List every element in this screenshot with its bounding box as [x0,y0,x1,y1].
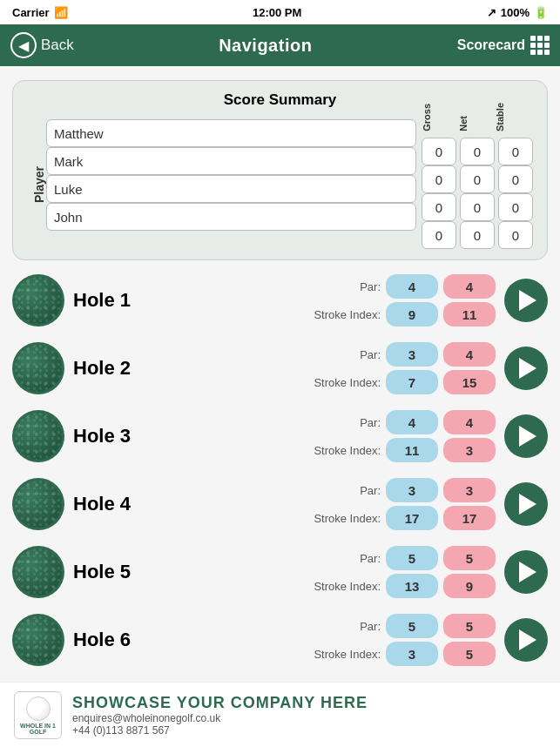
si-row-6: Stroke Index: 3 5 [152,642,496,666]
scorecard-button[interactable]: Scorecard [457,36,550,55]
play-button-6[interactable] [504,618,548,662]
footer-logo: WHOLE IN 1 GOLF [14,691,62,739]
play-button-2[interactable] [504,347,548,390]
score-value-gross-3: 0 [422,193,456,221]
hole-title-6: Hole 6 [73,629,143,651]
si-pink-5[interactable]: 9 [443,574,496,598]
si-blue-6[interactable]: 3 [386,642,438,666]
si-label-2: Stroke Index: [311,376,381,389]
hole-details-5: Par: 5 5 Stroke Index: 13 9 [152,546,496,598]
score-value-stable-1: 0 [498,138,533,165]
si-row-2: Stroke Index: 7 15 [152,370,496,394]
play-button-5[interactable] [504,550,548,594]
si-blue-2[interactable]: 7 [386,370,438,394]
hole-row-5: Hole 5 Par: 5 5 Stroke Index: 13 9 [12,546,548,598]
score-value-net-2: 0 [460,165,495,193]
holes-section: Hole 1 Par: 4 4 Stroke Index: 9 11 Hole … [0,274,560,666]
par-label-1: Par: [311,280,381,293]
status-right: ↗ 100% 🔋 [487,6,548,19]
si-row-1: Stroke Index: 9 11 [152,302,496,326]
hole-title-2: Hole 2 [73,357,143,380]
back-label: Back [41,37,74,54]
stable-col-header: Stable [495,103,528,131]
score-value-stable-2: 0 [498,165,533,193]
player-name-input-1[interactable] [46,119,416,147]
score-values-row-3: 000 [422,193,533,221]
si-row-4: Stroke Index: 17 17 [152,506,496,530]
play-triangle-icon-1 [519,290,536,311]
score-summary-title: Score Summary [27,91,533,109]
si-blue-3[interactable]: 11 [386,438,438,462]
par-blue-1[interactable]: 4 [386,274,438,299]
par-row-2: Par: 3 4 [152,342,496,367]
par-blue-5[interactable]: 5 [386,546,438,570]
par-pink-3[interactable]: 4 [443,410,496,434]
si-pink-4[interactable]: 17 [443,506,496,530]
hole-row-4: Hole 4 Par: 3 3 Stroke Index: 17 17 [12,478,548,530]
carrier-label: Carrier [12,6,50,19]
si-label-3: Stroke Index: [311,444,381,457]
hole-row-3: Hole 3 Par: 4 4 Stroke Index: 11 3 [12,410,548,462]
play-button-3[interactable] [504,414,548,458]
golf-ball-icon-4 [12,478,64,530]
score-value-gross-2: 0 [422,165,456,193]
score-row [46,119,416,147]
score-summary: Score Summary Player Gross Net Stable 00… [12,80,548,260]
si-blue-4[interactable]: 17 [386,506,438,530]
nav-bar: ◀ Back Navigation Scorecard [0,24,560,66]
battery-label: 100% [501,6,530,19]
score-value-net-3: 0 [460,193,495,221]
par-blue-2[interactable]: 3 [386,342,438,367]
par-pink-6[interactable]: 5 [443,614,496,638]
back-icon: ◀ [10,32,37,58]
par-pink-1[interactable]: 4 [443,274,496,299]
golf-ball-icon-1 [12,274,64,326]
hole-details-4: Par: 3 3 Stroke Index: 17 17 [152,478,496,530]
par-pink-4[interactable]: 3 [443,478,496,502]
player-name-input-2[interactable] [46,147,416,175]
si-label-5: Stroke Index: [311,580,381,593]
par-row-6: Par: 5 5 [152,614,496,638]
si-blue-5[interactable]: 13 [386,574,438,598]
par-blue-3[interactable]: 4 [386,410,438,434]
footer-email: enquires@wholeinonegolf.co.uk [72,712,546,724]
player-name-input-4[interactable] [46,203,416,231]
score-value-net-1: 0 [460,138,495,165]
gross-col-header: Gross [422,104,455,131]
golf-ball-icon-3 [12,410,64,462]
score-values-row-1: 000 [422,138,533,165]
footer-logo-text: WHOLE IN 1 GOLF [20,723,56,735]
play-button-4[interactable] [504,482,548,526]
si-pink-2[interactable]: 15 [443,370,496,394]
back-button[interactable]: ◀ Back [10,32,74,58]
golf-ball-icon-6 [12,614,64,666]
par-blue-4[interactable]: 3 [386,478,438,502]
si-blue-1[interactable]: 9 [386,302,438,326]
play-button-1[interactable] [504,279,548,322]
play-triangle-icon-6 [519,629,536,650]
player-name-input-3[interactable] [46,175,416,203]
si-pink-3[interactable]: 3 [443,438,496,462]
hole-title-3: Hole 3 [73,425,143,448]
wifi-icon: 📶 [54,6,68,19]
si-pink-1[interactable]: 11 [443,302,496,326]
score-value-stable-4: 0 [498,221,533,249]
par-pink-2[interactable]: 4 [443,342,496,367]
score-value-stable-3: 0 [498,193,533,221]
hole-row-1: Hole 1 Par: 4 4 Stroke Index: 9 11 [12,274,548,326]
scorecard-label: Scorecard [457,37,525,53]
footer-main-text: SHOWCASE YOUR COMPANY HERE [72,694,546,712]
net-col-header: Net [458,116,491,131]
score-value-gross-4: 0 [422,221,456,249]
si-pink-6[interactable]: 5 [443,642,496,666]
hole-details-3: Par: 4 4 Stroke Index: 11 3 [152,410,496,462]
hole-details-2: Par: 3 4 Stroke Index: 7 15 [152,342,496,394]
score-row [46,175,416,203]
grid-icon [530,36,550,55]
hole-title-5: Hole 5 [73,561,143,583]
par-pink-5[interactable]: 5 [443,546,496,570]
par-blue-6[interactable]: 5 [386,614,438,638]
hole-row-6: Hole 6 Par: 5 5 Stroke Index: 3 5 [12,614,548,666]
par-row-1: Par: 4 4 [152,274,496,299]
status-left: Carrier 📶 [12,6,68,19]
